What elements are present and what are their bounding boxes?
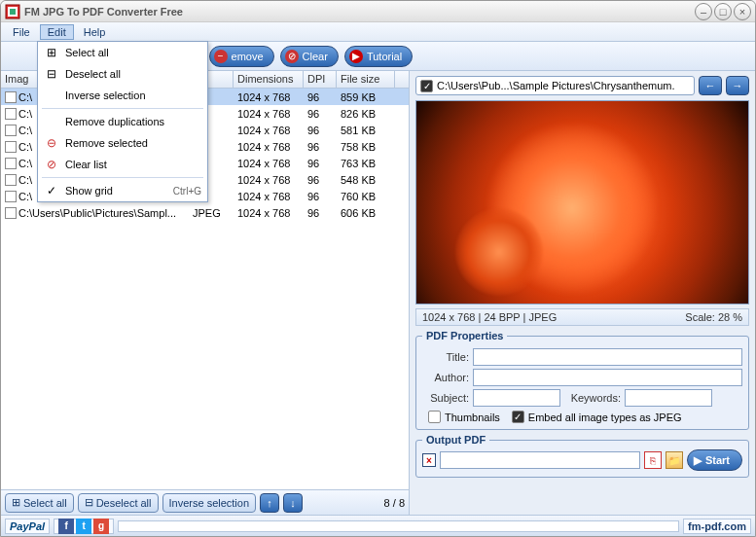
next-image-button[interactable]: →: [726, 76, 749, 95]
checkbox-icon: [428, 411, 441, 423]
remove-button[interactable]: −emove: [209, 46, 274, 67]
menu-help[interactable]: Help: [76, 24, 114, 40]
col-dimensions[interactable]: Dimensions: [234, 71, 304, 88]
app-icon: [5, 4, 20, 19]
close-button[interactable]: ×: [734, 3, 751, 20]
select-all-icon: ⊞: [44, 45, 59, 60]
facebook-icon[interactable]: f: [58, 519, 74, 534]
keywords-label: Keywords:: [564, 392, 621, 404]
output-pdf: Output PDF × ⎘ 📁 ▶Start: [415, 434, 749, 478]
browse-button[interactable]: 📁: [666, 451, 683, 469]
statusbar: PayPal f t g fm-pdf.com: [1, 515, 755, 536]
menu-edit[interactable]: Edit: [40, 24, 74, 40]
maximize-button[interactable]: □: [714, 3, 732, 20]
window-title: FM JPG To PDF Converter Free: [24, 6, 183, 18]
google-plus-icon[interactable]: g: [93, 519, 109, 534]
preview-check-icon: ✓: [420, 80, 433, 92]
thumbnails-checkbox[interactable]: Thumbnails: [428, 411, 500, 423]
subject-label: Subject:: [422, 392, 469, 404]
remove-icon: ⊖: [44, 135, 59, 151]
author-input[interactable]: [473, 369, 742, 386]
clear-icon: ⊘: [44, 157, 59, 172]
menu-clear-list[interactable]: ⊘Clear list: [38, 154, 207, 175]
list-footer: ⊞Select all ⊟Deselect all Inverse select…: [1, 489, 409, 515]
footer-inverse[interactable]: Inverse selection: [162, 493, 257, 513]
pdf-properties: PDF Properties Title: Author: Subject: K…: [415, 330, 749, 430]
progress-bar: [118, 520, 679, 532]
play-icon: ▶: [694, 454, 702, 467]
title-label: Title:: [422, 351, 469, 363]
svg-rect-2: [10, 9, 16, 15]
clear-button[interactable]: ⊘Clear: [280, 46, 339, 67]
preview-info: 1024 x 768 | 24 BPP | JPEG: [422, 311, 557, 323]
tutorial-button[interactable]: ▶Tutorial: [344, 46, 413, 67]
table-row[interactable]: C:\Users\Public\Pictures\Sampl...JPEG102…: [1, 204, 409, 221]
pdf-icon: ⎘: [644, 451, 662, 469]
select-all-icon: ⊞: [12, 496, 20, 509]
move-up-button[interactable]: ↑: [260, 493, 279, 513]
twitter-icon[interactable]: t: [76, 519, 91, 534]
check-icon: ✓: [44, 183, 59, 198]
menu-inverse-selection[interactable]: Inverse selection: [38, 85, 207, 106]
titlebar: FM JPG To PDF Converter Free – □ ×: [1, 1, 755, 22]
pdf-properties-legend: PDF Properties: [422, 330, 507, 341]
output-path-input[interactable]: [440, 451, 640, 469]
edit-menu-dropdown: ⊞Select all ⊟Deselect all Inverse select…: [37, 41, 208, 202]
output-legend: Output PDF: [422, 434, 489, 446]
menu-deselect-all[interactable]: ⊟Deselect all: [38, 63, 207, 85]
col-dpi[interactable]: DPI: [304, 71, 337, 88]
menubar: File Edit Help: [1, 22, 755, 42]
preview-infobar: 1024 x 768 | 24 BPP | JPEG Scale: 28 %: [415, 308, 749, 326]
menu-show-grid[interactable]: ✓Show gridCtrl+G: [38, 180, 207, 201]
col-filesize[interactable]: File size: [337, 71, 395, 88]
checkbox-checked-icon: ✓: [512, 411, 524, 423]
keywords-input[interactable]: [625, 389, 712, 407]
deselect-all-icon: ⊟: [44, 66, 59, 82]
footer-select-all[interactable]: ⊞Select all: [5, 493, 74, 513]
start-button[interactable]: ▶Start: [687, 449, 742, 471]
image-preview: [415, 100, 749, 304]
clear-path-icon[interactable]: ×: [422, 453, 436, 467]
deselect-all-icon: ⊟: [85, 496, 93, 509]
paypal-link[interactable]: PayPal: [5, 519, 50, 534]
prev-image-button[interactable]: ←: [699, 76, 722, 95]
footer-deselect-all[interactable]: ⊟Deselect all: [78, 493, 159, 513]
preview-path: ✓ C:\Users\Pub...\Sample Pictures\Chrysa…: [415, 76, 695, 95]
preview-scale: Scale: 28 %: [685, 311, 742, 323]
right-panel: ✓ C:\Users\Pub...\Sample Pictures\Chrysa…: [410, 71, 755, 515]
menu-file[interactable]: File: [5, 24, 38, 40]
preview-path-text: C:\Users\Pub...\Sample Pictures\Chrysant…: [437, 80, 675, 91]
preview-path-row: ✓ C:\Users\Pub...\Sample Pictures\Chrysa…: [415, 75, 749, 96]
social-links: f t g: [54, 519, 114, 534]
menu-remove-duplications[interactable]: Remove duplications: [38, 111, 207, 132]
minimize-button[interactable]: –: [695, 3, 712, 20]
embed-jpeg-checkbox[interactable]: ✓Embed all image types as JPEG: [512, 411, 682, 423]
menu-select-all[interactable]: ⊞Select all: [38, 42, 207, 63]
website-link[interactable]: fm-pdf.com: [683, 519, 751, 534]
move-down-button[interactable]: ↓: [283, 493, 303, 513]
title-input[interactable]: [473, 348, 742, 366]
app-window: FM JPG To PDF Converter Free – □ × File …: [0, 0, 756, 537]
item-counter: 8 / 8: [384, 497, 405, 509]
author-label: Author:: [422, 372, 469, 383]
menu-remove-selected[interactable]: ⊖Remove selected: [38, 132, 207, 154]
subject-input[interactable]: [473, 389, 560, 407]
